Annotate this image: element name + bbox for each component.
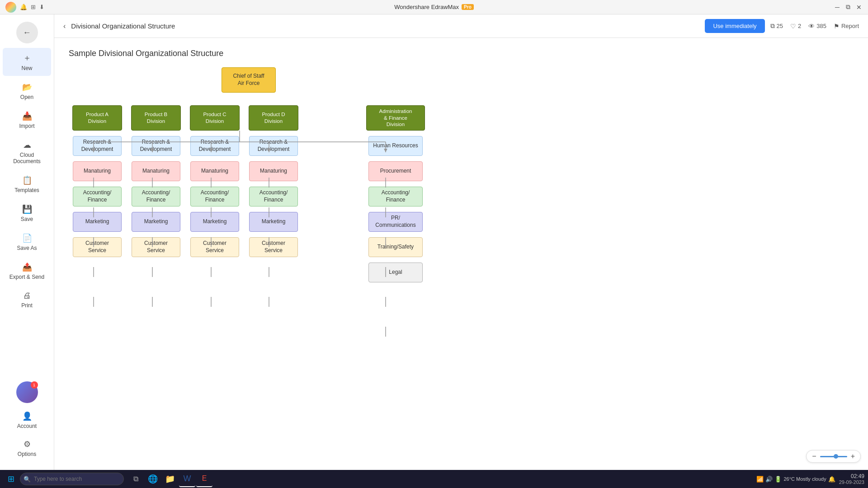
back-button[interactable]: ← (16, 22, 38, 43)
sidebar-item-cloud[interactable]: ☁ Cloud Documents (3, 136, 51, 169)
copies-icon: ⧉ (770, 22, 775, 30)
notification-icon[interactable]: 🔔 (828, 476, 835, 483)
title-bar-left: 🔔 ⊞ ⬇ (5, 2, 44, 13)
title-bar-icons: 🔔 ⊞ ⬇ (20, 4, 44, 10)
sidebar-options-label: Options (18, 451, 36, 457)
eye-icon: 👁 (808, 23, 815, 30)
admin-acct: Accounting/Finance (368, 187, 423, 206)
sidebar-item-templates[interactable]: 📋 Templates (3, 171, 51, 198)
zoom-slider[interactable] (820, 456, 847, 457)
windows-logo-icon: ⊞ (8, 474, 14, 484)
sidebar-cloud-label: Cloud Documents (6, 152, 47, 164)
zoom-in-button[interactable]: + (851, 452, 855, 460)
sidebar: ← ＋ New 📂 Open 📥 Import ☁ Cloud Document… (0, 14, 54, 470)
taskview-icon: ⧉ (133, 475, 138, 483)
div-a-mfg: Manaturing (73, 161, 122, 181)
word-icon: W (184, 474, 191, 483)
division-b-node: Product BDivision (131, 105, 181, 131)
main-layout: ← ＋ New 📂 Open 📥 Import ☁ Cloud Document… (0, 14, 868, 470)
speaker-icon: 🔊 (765, 476, 773, 483)
taskbar-system-icons: 📶 🔊 🔋 26°C Mostly cloudy 🔔 (756, 476, 835, 483)
taskbar-search-input[interactable] (20, 473, 124, 485)
taskbar-app-edge[interactable]: 🌐 (145, 471, 161, 487)
div-a-cs: Customer Service (73, 237, 122, 257)
division-b-col: Product BDivision Research &Development … (131, 105, 181, 257)
zoom-out-button[interactable]: − (812, 452, 816, 460)
admin-hr: Human Resources (368, 136, 423, 156)
div-c-cs: Customer Service (190, 237, 239, 257)
sidebar-item-save[interactable]: 💾 Save (3, 200, 51, 227)
div-a-rd: Research &Development (73, 136, 122, 156)
title-bar: 🔔 ⊞ ⬇ Wondershare EdrawMax Pro ─ ⧉ ✕ (0, 0, 868, 14)
taskbar: ⊞ 🔍 ⧉ 🌐 📁 W E 📶 🔊 🔋 26°C Mostly cloudy 🔔 (0, 470, 868, 488)
grid-icon[interactable]: ⊞ (31, 4, 36, 10)
div-c-mkt: Marketing (190, 212, 239, 232)
sidebar-export-label: Export & Send (9, 274, 44, 280)
sidebar-bottom: 1 👤 Account ⚙ Options (0, 381, 54, 470)
zoom-bar: − + (806, 450, 861, 463)
notification-badge: 1 (31, 381, 38, 389)
div-d-acct: Accounting/Finance (249, 187, 298, 206)
sidebar-item-saveas[interactable]: 📄 Save As (3, 229, 51, 256)
report-label: Report (841, 23, 859, 29)
sidebar-item-open[interactable]: 📂 Open (3, 78, 51, 105)
likes-stat: ♡ 2 (790, 23, 801, 30)
user-avatar (5, 2, 16, 13)
views-stat: 👁 385 (808, 23, 826, 30)
start-button[interactable]: ⊞ (4, 472, 18, 486)
sidebar-item-account[interactable]: 👤 Account (3, 407, 51, 434)
minimize-button[interactable]: ─ (834, 4, 841, 11)
div-a-acct: Accounting/Finance (73, 187, 122, 206)
views-count: 385 (816, 23, 826, 29)
diagram-title: Sample Divisional Organizational Structu… (69, 49, 868, 58)
taskbar-time-display: 02:49 (839, 473, 864, 479)
weather-text: 26°C Mostly cloudy (783, 476, 826, 482)
div-c-rd: Research &Development (190, 136, 239, 156)
taskbar-date-display: 29-09-2023 (839, 479, 864, 485)
admin-procurement: Procurement (368, 161, 423, 181)
sidebar-item-new[interactable]: ＋ New (3, 48, 51, 76)
page-title: Divisional Organizational Structure (71, 22, 699, 30)
sidebar-item-import[interactable]: 📥 Import (3, 107, 51, 134)
maximize-button[interactable]: ⧉ (844, 4, 852, 11)
div-c-acct: Accounting/Finance (190, 187, 239, 206)
battery-icon: 🔋 (774, 476, 782, 483)
division-c-node: Product CDivision (190, 105, 240, 131)
div-b-mkt: Marketing (132, 212, 180, 232)
chart-wrapper: Chief of StaffAir Force Product ADivisio… (54, 58, 868, 310)
taskbar-app-edrawmax[interactable]: E (196, 471, 212, 487)
div-b-rd: Research &Development (132, 136, 180, 156)
saveas-icon: 📄 (22, 233, 32, 243)
bell-icon[interactable]: 🔔 (20, 4, 27, 10)
taskbar-apps: ⧉ 🌐 📁 W E (127, 471, 212, 487)
flag-icon: ⚑ (834, 23, 840, 30)
taskbar-search-wrap: 🔍 (20, 473, 124, 485)
sidebar-item-print[interactable]: 🖨 Print (3, 286, 51, 313)
sidebar-item-export[interactable]: 📤 Export & Send (3, 258, 51, 285)
user-avatar-container: 1 (16, 381, 38, 403)
taskbar-app-taskview[interactable]: ⧉ (127, 471, 144, 487)
sidebar-save-label: Save (21, 216, 33, 222)
title-bar-center: Wondershare EdrawMax Pro (394, 4, 474, 10)
chief-row: Chief of StaffAir Force (72, 67, 425, 93)
sidebar-import-label: Import (19, 123, 34, 129)
division-admin-col: Administration& FinanceDivision Human Re… (366, 105, 425, 282)
close-button[interactable]: ✕ (855, 4, 863, 11)
report-stat[interactable]: ⚑ Report (834, 23, 859, 30)
div-b-mfg: Manaturing (132, 161, 180, 181)
download-icon[interactable]: ⬇ (39, 4, 44, 10)
taskbar-datetime: 02:49 29-09-2023 (839, 473, 864, 485)
edrawmax-icon: E (202, 474, 207, 483)
division-a-node: Product ADivision (72, 105, 122, 131)
admin-pr: PR/Communications (368, 212, 423, 232)
taskbar-app-word[interactable]: W (179, 471, 195, 487)
div-a-mkt: Marketing (73, 212, 122, 232)
topbar-back-arrow[interactable]: ‹ (63, 22, 66, 30)
print-icon: 🖨 (23, 291, 31, 300)
use-immediately-button[interactable]: Use immediately (705, 19, 764, 33)
import-icon: 📥 (22, 111, 32, 121)
taskbar-app-explorer[interactable]: 📁 (162, 471, 178, 487)
sidebar-item-options[interactable]: ⚙ Options (3, 435, 51, 462)
save-icon: 💾 (22, 204, 32, 214)
copies-stat: ⧉ 25 (770, 22, 783, 30)
